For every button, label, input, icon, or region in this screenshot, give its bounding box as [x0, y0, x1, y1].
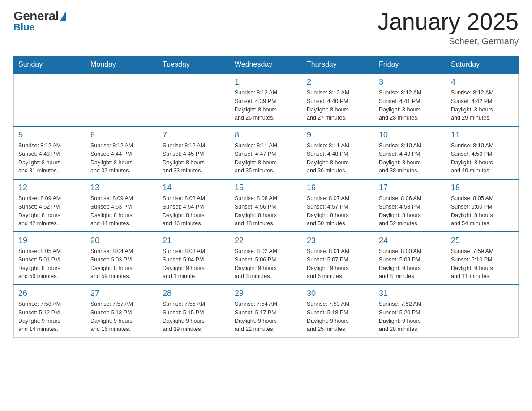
day-info: Sunrise: 8:12 AM Sunset: 4:42 PM Dayligh… [451, 89, 514, 122]
day-number: 4 [451, 77, 514, 87]
calendar-cell: 21Sunrise: 8:03 AM Sunset: 5:04 PM Dayli… [158, 232, 230, 285]
day-number: 28 [163, 289, 225, 298]
day-info: Sunrise: 8:10 AM Sunset: 4:49 PM Dayligh… [379, 141, 442, 175]
day-info: Sunrise: 8:05 AM Sunset: 5:00 PM Dayligh… [451, 194, 514, 228]
day-number: 24 [379, 236, 442, 245]
day-info: Sunrise: 8:08 AM Sunset: 4:54 PM Dayligh… [163, 194, 225, 228]
calendar-cell: 27Sunrise: 7:57 AM Sunset: 5:13 PM Dayli… [86, 285, 158, 338]
day-info: Sunrise: 8:09 AM Sunset: 4:52 PM Dayligh… [18, 194, 81, 228]
day-number: 5 [18, 130, 81, 140]
day-info: Sunrise: 7:52 AM Sunset: 5:20 PM Dayligh… [379, 300, 442, 334]
calendar-cell [446, 285, 519, 338]
calendar-cell: 15Sunrise: 8:08 AM Sunset: 4:56 PM Dayli… [230, 179, 302, 232]
day-info: Sunrise: 8:12 AM Sunset: 4:41 PM Dayligh… [379, 89, 442, 122]
calendar-cell: 14Sunrise: 8:08 AM Sunset: 4:54 PM Dayli… [158, 179, 230, 232]
day-number: 29 [235, 289, 297, 298]
day-number: 21 [163, 236, 225, 245]
calendar-cell: 4Sunrise: 8:12 AM Sunset: 4:42 PM Daylig… [446, 73, 519, 126]
day-info: Sunrise: 8:04 AM Sunset: 5:03 PM Dayligh… [90, 247, 153, 281]
day-number: 3 [379, 77, 442, 87]
week-row-5: 26Sunrise: 7:58 AM Sunset: 5:12 PM Dayli… [14, 285, 519, 338]
day-number: 18 [451, 183, 514, 193]
calendar-cell: 10Sunrise: 8:10 AM Sunset: 4:49 PM Dayli… [374, 126, 446, 179]
day-number: 30 [307, 289, 369, 298]
day-info: Sunrise: 8:01 AM Sunset: 5:07 PM Dayligh… [307, 247, 369, 281]
calendar-cell: 17Sunrise: 8:06 AM Sunset: 4:58 PM Dayli… [374, 179, 446, 232]
day-info: Sunrise: 7:57 AM Sunset: 5:13 PM Dayligh… [90, 300, 153, 334]
calendar-cell: 11Sunrise: 8:10 AM Sunset: 4:50 PM Dayli… [446, 126, 519, 179]
day-info: Sunrise: 8:03 AM Sunset: 5:04 PM Dayligh… [163, 247, 225, 281]
day-info: Sunrise: 7:55 AM Sunset: 5:15 PM Dayligh… [163, 300, 225, 334]
day-info: Sunrise: 8:12 AM Sunset: 4:40 PM Dayligh… [307, 89, 369, 122]
calendar-cell: 28Sunrise: 7:55 AM Sunset: 5:15 PM Dayli… [158, 285, 230, 338]
day-info: Sunrise: 8:12 AM Sunset: 4:43 PM Dayligh… [18, 141, 81, 175]
calendar-cell: 22Sunrise: 8:02 AM Sunset: 5:06 PM Dayli… [230, 232, 302, 285]
day-number: 12 [18, 183, 81, 193]
calendar-cell: 5Sunrise: 8:12 AM Sunset: 4:43 PM Daylig… [14, 126, 86, 179]
day-info: Sunrise: 8:06 AM Sunset: 4:58 PM Dayligh… [379, 194, 442, 228]
calendar-cell: 12Sunrise: 8:09 AM Sunset: 4:52 PM Dayli… [14, 179, 86, 232]
day-info: Sunrise: 8:12 AM Sunset: 4:39 PM Dayligh… [235, 89, 297, 122]
calendar-cell: 26Sunrise: 7:58 AM Sunset: 5:12 PM Dayli… [14, 285, 86, 338]
logo: General Blue [13, 9, 66, 33]
day-number: 10 [379, 130, 442, 140]
day-info: Sunrise: 7:59 AM Sunset: 5:10 PM Dayligh… [451, 247, 514, 281]
week-row-3: 12Sunrise: 8:09 AM Sunset: 4:52 PM Dayli… [14, 179, 519, 232]
day-info: Sunrise: 8:10 AM Sunset: 4:50 PM Dayligh… [451, 141, 514, 175]
calendar-header-row: SundayMondayTuesdayWednesdayThursdayFrid… [14, 56, 519, 74]
week-row-1: 1Sunrise: 8:12 AM Sunset: 4:39 PM Daylig… [14, 73, 519, 126]
day-info: Sunrise: 8:08 AM Sunset: 4:56 PM Dayligh… [235, 194, 297, 228]
title-area: January 2025 Scheer, Germany [378, 9, 519, 47]
calendar-header-saturday: Saturday [446, 56, 519, 74]
day-info: Sunrise: 8:12 AM Sunset: 4:44 PM Dayligh… [90, 141, 153, 175]
calendar-cell: 24Sunrise: 8:00 AM Sunset: 5:09 PM Dayli… [374, 232, 446, 285]
logo-triangle-icon [60, 12, 66, 21]
day-info: Sunrise: 7:53 AM Sunset: 5:18 PM Dayligh… [307, 300, 369, 334]
day-info: Sunrise: 8:07 AM Sunset: 4:57 PM Dayligh… [307, 194, 369, 228]
location: Scheer, Germany [378, 36, 519, 47]
calendar-cell: 29Sunrise: 7:54 AM Sunset: 5:17 PM Dayli… [230, 285, 302, 338]
calendar-cell: 8Sunrise: 8:11 AM Sunset: 4:47 PM Daylig… [230, 126, 302, 179]
day-number: 11 [451, 130, 514, 140]
day-info: Sunrise: 8:00 AM Sunset: 5:09 PM Dayligh… [379, 247, 442, 281]
day-info: Sunrise: 8:11 AM Sunset: 4:48 PM Dayligh… [307, 141, 369, 175]
day-number: 16 [307, 183, 369, 193]
day-number: 1 [235, 77, 297, 87]
calendar-cell: 2Sunrise: 8:12 AM Sunset: 4:40 PM Daylig… [302, 73, 374, 126]
day-info: Sunrise: 8:11 AM Sunset: 4:47 PM Dayligh… [235, 141, 297, 175]
calendar-cell: 25Sunrise: 7:59 AM Sunset: 5:10 PM Dayli… [446, 232, 519, 285]
day-info: Sunrise: 8:02 AM Sunset: 5:06 PM Dayligh… [235, 247, 297, 281]
day-number: 7 [163, 130, 225, 140]
calendar-header-thursday: Thursday [302, 56, 374, 74]
day-number: 22 [235, 236, 297, 245]
calendar-cell: 19Sunrise: 8:05 AM Sunset: 5:01 PM Dayli… [14, 232, 86, 285]
calendar-header-wednesday: Wednesday [230, 56, 302, 74]
day-number: 27 [90, 289, 153, 298]
day-number: 26 [18, 289, 81, 298]
calendar-cell: 31Sunrise: 7:52 AM Sunset: 5:20 PM Dayli… [374, 285, 446, 338]
day-number: 15 [235, 183, 297, 193]
calendar-header-friday: Friday [374, 56, 446, 74]
calendar-cell: 3Sunrise: 8:12 AM Sunset: 4:41 PM Daylig… [374, 73, 446, 126]
day-info: Sunrise: 8:12 AM Sunset: 4:45 PM Dayligh… [163, 141, 225, 175]
day-info: Sunrise: 8:09 AM Sunset: 4:53 PM Dayligh… [90, 194, 153, 228]
calendar-header-monday: Monday [86, 56, 158, 74]
calendar-cell [158, 73, 230, 126]
day-number: 14 [163, 183, 225, 193]
day-number: 2 [307, 77, 369, 87]
day-number: 31 [379, 289, 442, 298]
day-number: 9 [307, 130, 369, 140]
week-row-4: 19Sunrise: 8:05 AM Sunset: 5:01 PM Dayli… [14, 232, 519, 285]
day-info: Sunrise: 8:05 AM Sunset: 5:01 PM Dayligh… [18, 247, 81, 281]
calendar-cell: 6Sunrise: 8:12 AM Sunset: 4:44 PM Daylig… [86, 126, 158, 179]
calendar-cell [14, 73, 86, 126]
day-number: 13 [90, 183, 153, 193]
day-number: 17 [379, 183, 442, 193]
calendar-cell: 20Sunrise: 8:04 AM Sunset: 5:03 PM Dayli… [86, 232, 158, 285]
page-header: General Blue January 2025 Scheer, German… [13, 9, 519, 47]
calendar-cell: 7Sunrise: 8:12 AM Sunset: 4:45 PM Daylig… [158, 126, 230, 179]
day-number: 25 [451, 236, 514, 245]
day-number: 20 [90, 236, 153, 245]
calendar-cell: 16Sunrise: 8:07 AM Sunset: 4:57 PM Dayli… [302, 179, 374, 232]
calendar-cell: 23Sunrise: 8:01 AM Sunset: 5:07 PM Dayli… [302, 232, 374, 285]
